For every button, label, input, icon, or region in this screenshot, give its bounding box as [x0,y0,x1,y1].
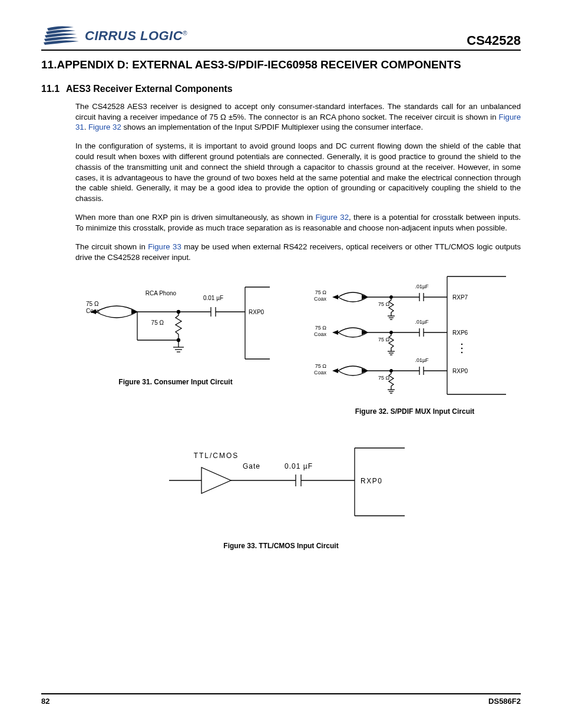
fig32-cap-2: .01µF [415,319,429,325]
page-footer: 82 DS586F2 [41,693,521,706]
paragraph-3: When more than one RXP pin is driven sim… [75,212,521,233]
fig32-coax-imp-1: 75 Ω [315,289,327,295]
fig32-coax-imp-3: 75 Ω [315,363,327,369]
figure-31: 75 Ω Coax RCA Phono 75 Ω 0.01 µF RXP0 Fi… [75,271,276,416]
fig31-out: RXP0 [249,309,265,315]
p3-a: When more than one RXP pin is driven sim… [75,213,315,222]
figure-32: 75 Ω Coax 75 Ω .01µF RXP7 75 Ω Coax 75 Ω… [309,271,521,416]
figure-33: TTL/CMOS Gate 0.01 µF RXP0 Figure 33. TT… [41,439,521,550]
svg-marker-36 [201,467,231,493]
fig32-r-2: 75 Ω [378,337,390,342]
p1-c: shows an implementation of the Input S/P… [121,123,423,131]
fig33-gate: Gate [243,462,260,470]
registered-icon: ® [183,30,187,37]
svg-point-34 [461,352,462,353]
p1-a: The CS42528 AES3 receiver is designed to… [75,102,521,121]
fig32-cap-3: .01µF [415,357,429,363]
section-title-text: APPENDIX D: EXTERNAL AES3-S/PDIF-IEC6095… [57,58,461,71]
fig31-coax-imp: 75 Ω [86,301,99,307]
part-number: CS42528 [467,33,521,48]
svg-point-33 [461,348,462,349]
fig33-out: RXP0 [361,477,382,485]
figure-31-caption: Figure 31. Consumer Input Circuit [75,378,276,386]
fig32-out7: RXP7 [452,294,468,301]
figure-31-diagram: 75 Ω Coax RCA Phono 75 Ω 0.01 µF RXP0 [75,271,276,371]
p1-b: . [84,123,88,131]
fig32-r-1: 75 Ω [378,301,390,307]
figures-row: 75 Ω Coax RCA Phono 75 Ω 0.01 µF RXP0 Fi… [75,271,521,416]
fig32-out0: RXP0 [452,368,468,374]
fig31-coax: Coax [86,308,100,314]
fig33-cap: 0.01 µF [285,462,313,470]
figure-33-diagram: TTL/CMOS Gate 0.01 µF RXP0 [146,439,416,522]
page-number: 82 [41,697,49,706]
figure-32-caption: Figure 32. S/PDIF MUX Input Circuit [309,407,521,416]
fig32-coax-imp-2: 75 Ω [315,325,327,331]
doc-number: DS586F2 [488,697,521,706]
link-figure-32[interactable]: Figure 32 [88,123,121,131]
section-title: 11.APPENDIX D: EXTERNAL AES3-S/PDIF-IEC6… [41,58,521,72]
section-number: 11. [41,58,57,71]
logo-text: CIRRUS LOGIC® [85,28,187,44]
fig32-r-3: 75 Ω [378,375,390,381]
logo-text-label: CIRRUS LOGIC [85,28,183,43]
company-logo: CIRRUS LOGIC® [41,24,187,48]
logo-mark-icon [41,24,82,48]
p4-a: The circuit shown in [75,242,148,251]
fig33-gate-top: TTL/CMOS [194,452,239,460]
fig32-out6: RXP6 [452,330,468,336]
fig31-cap: 0.01 µF [203,295,223,301]
subsection-title-text: AES3 Receiver External Components [66,84,233,94]
figure-32-diagram: 75 Ω Coax 75 Ω .01µF RXP7 75 Ω Coax 75 Ω… [309,271,521,400]
paragraph-4: The circuit shown in Figure 33 may be us… [75,242,521,263]
fig32-coax-3: Coax [314,370,327,375]
subsection-number: 11.1 [41,84,66,94]
link-figure-32-b[interactable]: Figure 32 [315,213,348,222]
paragraph-1: The CS42528 AES3 receiver is designed to… [75,101,521,133]
fig32-cap-1: .01µF [415,284,429,289]
svg-point-32 [461,344,462,345]
fig31-rca: RCA Phono [146,290,177,297]
page-header: CIRRUS LOGIC® CS42528 [41,24,521,51]
body-text: The CS42528 AES3 receiver is designed to… [75,101,521,263]
fig31-r: 75 Ω [151,319,164,326]
paragraph-2: In the configuration of systems, it is i… [75,141,521,204]
subsection-title: 11.1AES3 Receiver External Components [41,84,521,94]
figure-33-caption: Figure 33. TTL/CMOS Input Circuit [41,542,521,550]
fig32-coax-1: Coax [314,296,327,302]
fig32-coax-2: Coax [314,331,327,337]
link-figure-33[interactable]: Figure 33 [148,242,181,251]
